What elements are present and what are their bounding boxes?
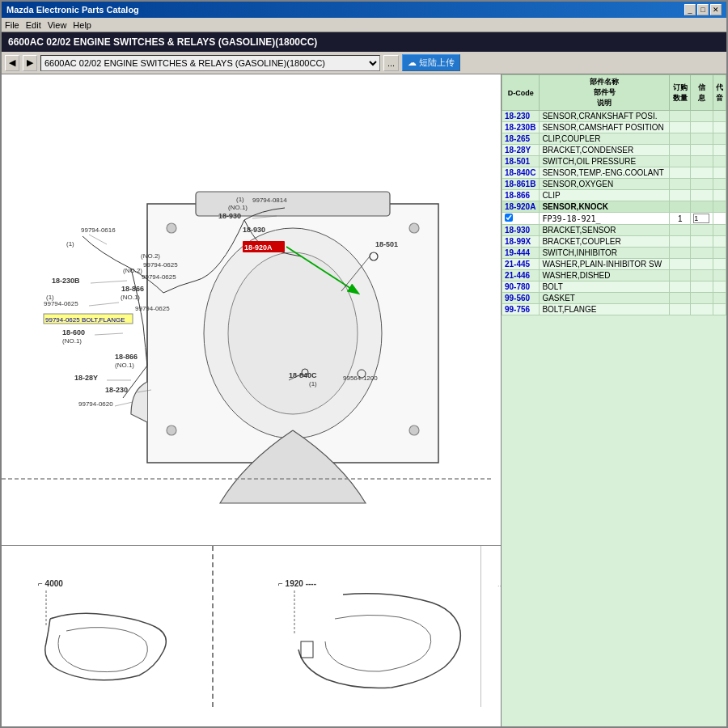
svg-point-6: [167, 425, 176, 435]
label-18-866-2: 18-866: [115, 353, 138, 361]
info: [690, 236, 713, 248]
qty: [670, 236, 691, 248]
table-row[interactable]: 90-780 BOLT: [502, 281, 726, 293]
qty: [670, 259, 691, 270]
d-code: 18-99X: [502, 236, 540, 248]
maximize-button[interactable]: □: [697, 4, 709, 15]
svg-point-5: [409, 223, 419, 233]
info: [690, 281, 713, 293]
qty: [670, 281, 691, 293]
label-99794-0814: 99794-0814: [252, 197, 287, 204]
label-no1-top: (NO.1): [121, 294, 140, 301]
menu-view[interactable]: View: [48, 20, 67, 30]
table-row[interactable]: 18-99X BRACKET,COUPLER: [502, 236, 726, 248]
forward-button[interactable]: ▶: [23, 55, 37, 71]
code: [713, 156, 726, 167]
upload-button[interactable]: ☁ 短陆上传: [402, 54, 460, 71]
table-row[interactable]: 18-28Y BRACKET,CONDENSER: [502, 145, 726, 156]
right-panel: D-Code 部件名称部件号说明 订购数量 信息 代音 18-230 SENSO…: [502, 74, 726, 726]
code: [713, 179, 726, 190]
menu-edit[interactable]: Edit: [26, 20, 41, 30]
qty: [670, 225, 691, 236]
col-code: 代音: [713, 75, 726, 111]
header-bar: 6600AC 02/02 ENGINE SWITCHES & RELAYS (G…: [2, 32, 726, 52]
qty: [670, 270, 691, 281]
table-row[interactable]: 18-230B SENSOR,CAMSHAFT POSITION: [502, 122, 726, 133]
part-name: SENSOR,KNOCK: [540, 201, 670, 213]
bottom-left-svg: ⌐ 4000: [2, 554, 212, 700]
info: [690, 225, 713, 236]
label-99794-0625-1: 99794-0625: [142, 273, 176, 281]
close-button[interactable]: ✕: [710, 4, 722, 15]
diagram-select[interactable]: 6600AC 02/02 ENGINE SWITCHES & RELAYS (G…: [40, 55, 380, 71]
d-code: 18-861B: [502, 179, 540, 190]
qty-input[interactable]: [693, 214, 709, 223]
info: [690, 167, 713, 179]
table-row[interactable]: 18-501 SWITCH,OIL PRESSURE: [502, 156, 726, 167]
upload-label: 短陆上传: [419, 57, 455, 69]
qty: [670, 156, 691, 167]
code: [713, 259, 726, 270]
d-code: 18-230: [502, 111, 540, 122]
d-code: 99-560: [502, 293, 540, 304]
code: [713, 190, 726, 201]
d-code: 99-756: [502, 304, 540, 315]
code: [713, 133, 726, 145]
table-row[interactable]: 18-930 BRACKET,SENSOR: [502, 225, 726, 236]
table-row[interactable]: 18-861B SENSOR,OXYGEN: [502, 179, 726, 190]
checkbox-cell[interactable]: [502, 213, 540, 225]
table-row[interactable]: 99-560 GASKET: [502, 293, 726, 304]
part-name: CLIP: [540, 190, 670, 201]
cloud-icon: ☁: [408, 57, 417, 68]
info: [690, 270, 713, 281]
label-99794-0625-4: 99794-0625: [143, 261, 178, 269]
part-name: SENSOR,TEMP.-ENG.COOLANT: [540, 167, 670, 179]
part-name: SENSOR,CRANKSHAFT POSI.: [540, 111, 670, 122]
menu-bar: File Edit View Help: [2, 18, 726, 32]
bottom-right-diagram: ...: [481, 546, 501, 707]
label-99564-1200: 99564-1200: [343, 375, 378, 382]
minimize-button[interactable]: _: [684, 4, 696, 15]
engine-body: [131, 192, 438, 503]
d-code: 18-930: [502, 225, 540, 236]
part-number-row[interactable]: FP39-18-921_ 1: [502, 213, 726, 225]
part-name: BRACKET,COUPLER: [540, 236, 670, 248]
label-qty1-mid: (1): [46, 294, 54, 301]
table-row-selected[interactable]: 18-920A SENSOR,KNOCK: [502, 201, 726, 213]
table-row[interactable]: 21-446 WASHER,DISHED: [502, 270, 726, 281]
qty: [670, 190, 691, 201]
table-row[interactable]: 99-756 BOLT,FLANGE: [502, 304, 726, 315]
qty: [670, 111, 691, 122]
d-code: 18-265: [502, 133, 540, 145]
part-name: WASHER,DISHED: [540, 270, 670, 281]
col-info: 信息: [690, 75, 713, 111]
table-row[interactable]: 21-445 WASHER,PLAIN-INHIBITOR SW: [502, 259, 726, 270]
label-99794-0625-2: 99794-0625: [44, 300, 78, 307]
d-code: 18-840C: [502, 167, 540, 179]
d-code: 18-28Y: [502, 145, 540, 156]
back-button[interactable]: ◀: [5, 55, 19, 71]
qty: [670, 179, 691, 190]
bottom-middle-svg: ⌐ 1920 ----: [214, 554, 480, 700]
label-18-501: 18-501: [375, 240, 398, 248]
diagram-scroll[interactable]: 99794-0616 18-230B (NO.2) 99794-0625 997…: [2, 74, 501, 726]
d-code: 18-920A: [502, 201, 540, 213]
code: [713, 304, 726, 315]
menu-help[interactable]: Help: [73, 20, 91, 30]
table-row[interactable]: 18-866 CLIP: [502, 190, 726, 201]
bottom-left-diagram: ⌐ 4000: [2, 546, 214, 707]
engine-diagram: 99794-0616 18-230B (NO.2) 99794-0625 997…: [2, 74, 493, 544]
part-checkbox[interactable]: [505, 214, 513, 222]
table-row[interactable]: 19-444 SWITCH,INHIBITOR: [502, 248, 726, 259]
label-no2-top: (NO.2): [141, 252, 160, 260]
svg-text:⌐ 1920 ----: ⌐ 1920 ----: [278, 579, 316, 588]
table-row[interactable]: 18-230 SENSOR,CRANKSHAFT POSI.: [502, 111, 726, 122]
table-row[interactable]: 18-840C SENSOR,TEMP.-ENG.COOLANT: [502, 167, 726, 179]
dots-button[interactable]: ...: [383, 55, 399, 71]
info: [690, 156, 713, 167]
table-row[interactable]: 18-265 CLIP,COUPLER: [502, 133, 726, 145]
menu-file[interactable]: File: [5, 20, 19, 30]
col-dcode: D-Code: [502, 75, 540, 111]
toolbar: ◀ ▶ 6600AC 02/02 ENGINE SWITCHES & RELAY…: [2, 52, 726, 74]
parts-table-scroll[interactable]: D-Code 部件名称部件号说明 订购数量 信息 代音 18-230 SENSO…: [502, 74, 726, 726]
